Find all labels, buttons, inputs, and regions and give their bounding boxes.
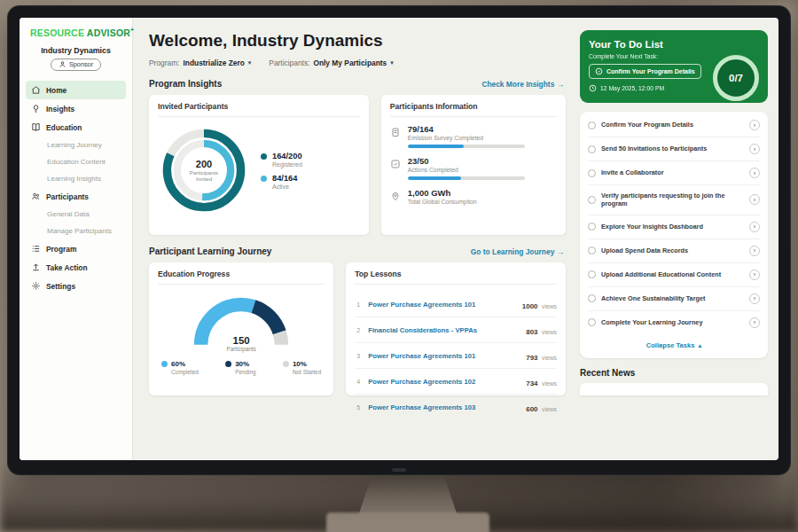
checkbox-circle-icon[interactable]: [588, 145, 596, 153]
checkbox-circle-icon[interactable]: [588, 246, 596, 254]
logo-advisor: ADVISOR: [87, 27, 130, 38]
sponsor-badge[interactable]: Sponsor: [51, 59, 101, 71]
lesson-link[interactable]: Power Purchase Agreements 103: [368, 403, 520, 411]
check-square-icon: [390, 157, 401, 168]
lesson-row: 3 Power Purchase Agreements 101 793 view…: [355, 343, 557, 369]
sidebar-item-education[interactable]: Education: [26, 118, 126, 137]
sidebar-item-program[interactable]: Program: [26, 239, 126, 258]
sidebar-item-general-data[interactable]: General Data: [26, 206, 126, 223]
program-insights-cards: Invited Participants 200 Partic: [149, 95, 566, 235]
checkbox-circle-icon[interactable]: [588, 294, 596, 302]
chevron-right-icon[interactable]: ›: [749, 317, 760, 328]
gauge-center-label: Participants: [186, 346, 296, 352]
sidebar-item-education-content[interactable]: Education Content: [26, 153, 126, 170]
participants-information-card: Participants Information 79/164 Emission…: [381, 95, 566, 235]
chevron-right-icon[interactable]: ›: [749, 168, 760, 178]
legend-item-registered: 164/200 Registered: [261, 152, 302, 168]
lesson-row: 4 Power Purchase Agreements 102 734 view…: [355, 369, 557, 395]
checkbox-circle-icon[interactable]: [588, 270, 596, 278]
checkbox-circle-icon[interactable]: [588, 223, 596, 231]
checkbox-circle-icon[interactable]: [588, 318, 596, 326]
lesson-link[interactable]: Power Purchase Agreements 101: [368, 352, 520, 360]
checkbox-circle-icon[interactable]: [588, 169, 596, 177]
task-row[interactable]: Explore Your Insights Dashboard ›: [588, 215, 760, 239]
sidebar: RESOURCE ADVISOR+ Industry Dynamics Spon…: [20, 18, 133, 460]
sidebar-item-insights[interactable]: Insights: [26, 99, 126, 118]
lesson-link[interactable]: Power Purchase Agreements 102: [368, 378, 520, 386]
chevron-up-icon: ▴: [698, 341, 701, 349]
card-title: Invited Participants: [158, 102, 360, 117]
sidebar-item-manage-participants[interactable]: Manage Participants: [26, 223, 126, 239]
lesson-row: 1 Power Purchase Agreements 101 1000 vie…: [355, 292, 557, 317]
sidebar-item-label: General Data: [47, 210, 90, 218]
task-row[interactable]: Confirm Your Program Details ›: [588, 113, 760, 137]
checkbox-circle-icon[interactable]: [588, 196, 596, 204]
participants-dropdown[interactable]: Participants: Only My Participants ▾: [269, 59, 393, 67]
legend-item-not-started: 10% Not Started: [283, 360, 321, 375]
stat-emission-survey: 79/164 Emission Survey Completed: [390, 124, 557, 148]
arrow-right-icon: →: [557, 247, 564, 256]
monitor-stand: [358, 468, 458, 516]
sidebar-item-label: Manage Participants: [47, 227, 112, 235]
dashboard-screen: RESOURCE ADVISOR+ Industry Dynamics Spon…: [20, 18, 778, 460]
task-row[interactable]: Upload Spend Data Records ›: [588, 239, 760, 263]
sidebar-item-label: Learning Insights: [47, 175, 101, 183]
task-row[interactable]: Send 50 Invitations to Participants ›: [588, 137, 760, 161]
chevron-right-icon[interactable]: ›: [749, 270, 760, 280]
chevron-down-icon: ▾: [390, 59, 394, 66]
lesson-views: 803 views: [526, 322, 557, 338]
check-circle-icon: [595, 67, 603, 75]
actions-progress-bar: [408, 176, 525, 180]
task-row[interactable]: Complete Your Learning Journey ›: [588, 311, 760, 334]
sidebar-item-label: Program: [46, 245, 76, 254]
lesson-link[interactable]: Power Purchase Agreements 101: [368, 301, 516, 309]
sidebar-item-learning-journey[interactable]: Learning Journey: [26, 137, 126, 153]
sidebar-item-settings[interactable]: Settings: [26, 277, 126, 295]
program-dropdown[interactable]: Program: Industrialize Zero ▾: [149, 59, 251, 67]
program-value: Industrialize Zero: [183, 59, 244, 67]
gauge-center-value: 150: [186, 335, 296, 346]
next-task-pill[interactable]: Confirm Your Program Details: [589, 64, 701, 79]
stat-global-consumption: 1,000 GWh Total Global Consumption: [390, 188, 557, 205]
chevron-right-icon[interactable]: ›: [749, 222, 760, 232]
program-label: Program:: [149, 59, 179, 67]
lesson-row: 2 Financial Considerations - VPPAs 803 v…: [355, 317, 557, 343]
collapse-tasks-button[interactable]: Collapse Tasks ▴: [588, 334, 760, 356]
chevron-right-icon[interactable]: ›: [749, 144, 760, 154]
donut-legend: 164/200 Registered 84/164 Active: [261, 145, 302, 196]
check-more-insights-link[interactable]: Check More Insights →: [481, 80, 564, 89]
chevron-right-icon[interactable]: ›: [749, 293, 760, 304]
lesson-views: 600 views: [526, 399, 557, 415]
chevron-right-icon[interactable]: ›: [749, 246, 760, 256]
checkbox-circle-icon[interactable]: [588, 121, 596, 129]
lesson-views: 1000 views: [522, 296, 557, 312]
task-row[interactable]: Achieve One Sustainability Target ›: [588, 287, 760, 311]
chevron-right-icon[interactable]: ›: [749, 120, 760, 130]
task-row[interactable]: Upload Additional Educational Content ›: [588, 263, 760, 287]
task-row[interactable]: Invite a Collaborator ›: [588, 161, 760, 185]
legend-item-active: 84/164 Active: [261, 174, 302, 190]
sidebar-item-label: Insights: [46, 105, 74, 113]
sidebar-item-take-action[interactable]: Take Action: [26, 258, 126, 277]
person-icon: [59, 60, 66, 68]
sidebar-item-participants[interactable]: Participants: [26, 187, 126, 206]
book-icon: [31, 122, 41, 132]
todo-progress-ring: 0/7: [713, 55, 759, 101]
app-logo: RESOURCE ADVISOR+: [20, 27, 132, 38]
invited-participants-card: Invited Participants 200 Partic: [149, 95, 369, 235]
go-to-learning-journey-link[interactable]: Go to Learning Journey →: [471, 247, 564, 256]
task-row[interactable]: Verify participants requesting to join t…: [588, 185, 760, 215]
lesson-link[interactable]: Financial Considerations - VPPAs: [368, 326, 520, 334]
monitor-bezel: RESOURCE ADVISOR+ Industry Dynamics Spon…: [7, 5, 791, 475]
lesson-views: 793 views: [526, 348, 557, 364]
sidebar-item-learning-insights[interactable]: Learning Insights: [26, 170, 126, 187]
account-name: Industry Dynamics: [20, 46, 132, 55]
page-title: Welcome, Industry Dynamics: [149, 31, 566, 51]
sidebar-item-home[interactable]: Home: [26, 81, 126, 99]
card-title: Top Lessons: [355, 270, 557, 285]
chevron-right-icon[interactable]: ›: [749, 194, 760, 205]
sponsor-badge-label: Sponsor: [69, 60, 93, 68]
todo-title: Your To Do List: [589, 39, 759, 50]
participants-label: Participants:: [269, 59, 309, 67]
legend-item-pending: 30% Pending: [225, 360, 255, 375]
